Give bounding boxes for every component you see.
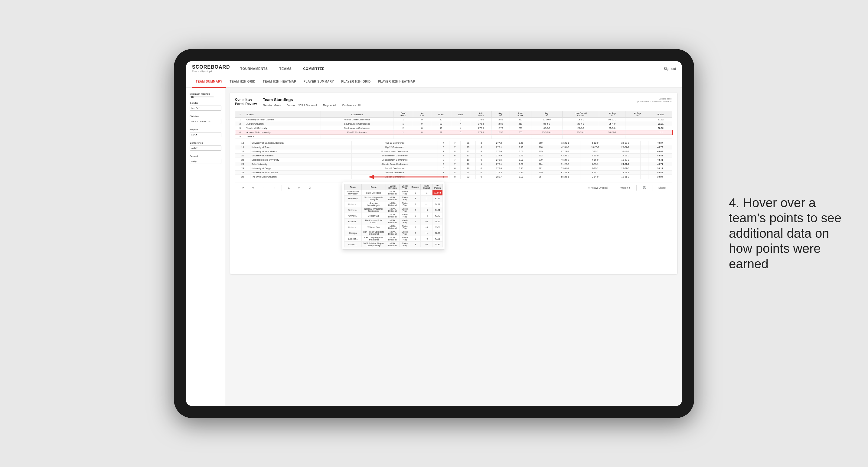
- comment-button[interactable]: 💬: [641, 185, 648, 190]
- copy-button[interactable]: ⊞: [286, 185, 292, 190]
- hover-team: Univers...: [344, 242, 362, 247]
- row-points[interactable]: 97.02: [649, 118, 672, 122]
- logo-area: SCOREBOARD Powered by clippd: [192, 64, 230, 72]
- doc-header: CommitteePortal Review Team Standings Ge…: [235, 97, 672, 107]
- app-header: SCOREBOARD Powered by clippd TOURNAMENTS…: [186, 61, 682, 76]
- row-points-highlighted[interactable]: 78.5: [649, 130, 672, 134]
- row-overall: 29-5-0: [562, 126, 599, 130]
- sidebar-school-select[interactable]: (All) ▾: [190, 159, 221, 164]
- col-header-vs50: Vs Top50: [625, 111, 649, 118]
- hover-rounds: 3: [410, 242, 421, 247]
- sidebar-label-rounds: Minimum Rounds: [190, 93, 221, 95]
- row-conference: Southeastern Conference: [321, 126, 393, 130]
- hover-rank-impact: -1: [421, 190, 433, 196]
- nav-committee[interactable]: COMMITTEE: [302, 67, 326, 70]
- hover-team: Univers...: [344, 213, 362, 219]
- tab-player-h2h-grid[interactable]: PLAYER H2H GRID: [338, 76, 374, 88]
- hover-row: East Ter... OFCC Fighting Illini Invitat…: [344, 236, 443, 242]
- hover-event-div: NCAA Division I: [386, 190, 400, 196]
- hover-rounds: 3: [410, 196, 421, 201]
- row-points[interactable]: 90.32: [649, 126, 672, 130]
- forward-button[interactable]: →: [271, 185, 277, 190]
- hover-row: Arizona State University Cater Collegiat…: [344, 190, 443, 196]
- slider-container: [190, 96, 221, 97]
- row-conference: Pac-12 Conference: [321, 130, 393, 134]
- row-points[interactable]: 93.31: [649, 122, 672, 126]
- hover-col-event-type: Event Type: [399, 184, 410, 190]
- col-header-wins: Wins: [451, 111, 470, 118]
- hover-event-type: Match Play: [399, 213, 410, 219]
- share-button[interactable]: Share: [657, 185, 668, 190]
- sidebar: Minimum Rounds Gender Men's ▾ Division: [186, 88, 225, 406]
- sidebar-region-select[interactable]: N/A ▾: [190, 132, 221, 137]
- row-school: Texas T...: [245, 134, 321, 139]
- row-low-score: 260: [509, 122, 531, 126]
- row-low-score: [509, 134, 531, 139]
- hover-rank-impact: +5: [421, 213, 433, 219]
- view-label: View: Original: [591, 186, 608, 189]
- hover-event-div: NCAA Division I: [386, 236, 400, 242]
- tab-player-h2h-heatmap[interactable]: PLAYER H2H HEATMAP: [374, 76, 419, 88]
- col-header-conference: Conference: [321, 111, 393, 118]
- sidebar-gender-select[interactable]: Men's ▾: [190, 105, 221, 111]
- lower-standings-table: 18 University of California, Berkeley Pa…: [235, 141, 672, 179]
- hover-team: Georgia: [344, 230, 362, 236]
- hover-event: OFCC Fighting Illini Invitational: [362, 236, 386, 242]
- row-rank: 2: [235, 122, 245, 126]
- row-avg-sg: 2.82: [492, 122, 510, 126]
- sidebar-conference-select[interactable]: (All) ▾: [190, 146, 221, 151]
- hover-rank-impact: +1: [421, 201, 433, 207]
- row-no-tour: [413, 134, 431, 139]
- row-wins: 4: [451, 122, 470, 126]
- hover-rounds: 3: [410, 224, 421, 230]
- hover-rank-impact: +0: [421, 242, 433, 247]
- hover-col-rounds: Rounds: [410, 184, 421, 190]
- hover-rounds: 3: [410, 230, 421, 236]
- watch-button[interactable]: Watch ▾: [619, 185, 632, 190]
- view-icon: 👁: [588, 186, 590, 189]
- hover-event-div: NCAA Division I: [386, 224, 400, 230]
- row-avg-all: 63-5-0: [531, 126, 562, 130]
- col-header-avg-sg: Avg.SG: [492, 111, 510, 118]
- col-header-no-tour: NoTour: [413, 111, 431, 118]
- tab-team-h2h-heatmap[interactable]: TEAM H2H HEATMAP: [259, 76, 300, 88]
- undo-button[interactable]: ↩: [240, 185, 246, 190]
- hover-row: Florida I... The Cypress Point Classic N…: [344, 219, 443, 224]
- table-row: 19 University of Texas Big 12 Conference…: [235, 145, 672, 149]
- tab-team-h2h-grid[interactable]: TEAM H2H GRID: [226, 76, 259, 88]
- row-points[interactable]: [649, 134, 672, 139]
- hover-rounds: 2: [410, 236, 421, 242]
- back-button[interactable]: ←: [260, 185, 267, 190]
- row-overall: 29-4-0: [562, 122, 599, 126]
- hover-w-points: 21.26: [433, 219, 443, 224]
- nav-tournaments[interactable]: TOURNAMENTS: [239, 67, 269, 70]
- filter-row: Gender: Men's Division: NCAA Division I …: [263, 104, 636, 107]
- hover-row: Univers... 2023 Sahalee Players Champion…: [344, 242, 443, 247]
- row-avg-all: [531, 134, 562, 139]
- tab-team-summary[interactable]: TEAM SUMMARY: [192, 76, 226, 88]
- row-avg-sg: 2.86: [492, 118, 510, 122]
- hover-event: Ben Hogan Collegiate Invitational: [362, 230, 386, 236]
- sidebar-division-select[interactable]: NCAA Division I ▾: [190, 119, 221, 124]
- hover-team: Florida I...: [344, 219, 362, 224]
- nav-teams[interactable]: TEAMS: [278, 67, 293, 70]
- crop-button[interactable]: ✂: [297, 185, 303, 190]
- row-no-tour: 9: [413, 122, 431, 126]
- hover-col-event: Event: [362, 184, 386, 190]
- hover-row: University Southern Highlands Collegiate…: [344, 196, 443, 201]
- redo-button[interactable]: ↪: [250, 185, 256, 190]
- sidebar-label-school: School: [190, 155, 221, 158]
- table-row: 26 The Ohio State University Big Ten Con…: [235, 175, 672, 179]
- hover-col-w-points: W Points: [433, 184, 443, 190]
- view-original-button[interactable]: 👁 View: Original: [586, 185, 610, 190]
- sign-out-button[interactable]: Sign out: [659, 67, 676, 70]
- filter-conference: Conference: All: [342, 104, 361, 107]
- standings-title: Team Standings: [263, 97, 636, 102]
- hover-rank-impact: +0: [421, 219, 433, 224]
- row-vs50: [625, 130, 649, 134]
- tab-player-summary[interactable]: PLAYER SUMMARY: [300, 76, 338, 88]
- hover-row: Univers... National Invitational Tournam…: [344, 207, 443, 213]
- col-header-vs25: Vs Top25: [599, 111, 625, 118]
- time-button[interactable]: ⏱: [307, 185, 313, 190]
- rounds-slider[interactable]: [190, 96, 214, 97]
